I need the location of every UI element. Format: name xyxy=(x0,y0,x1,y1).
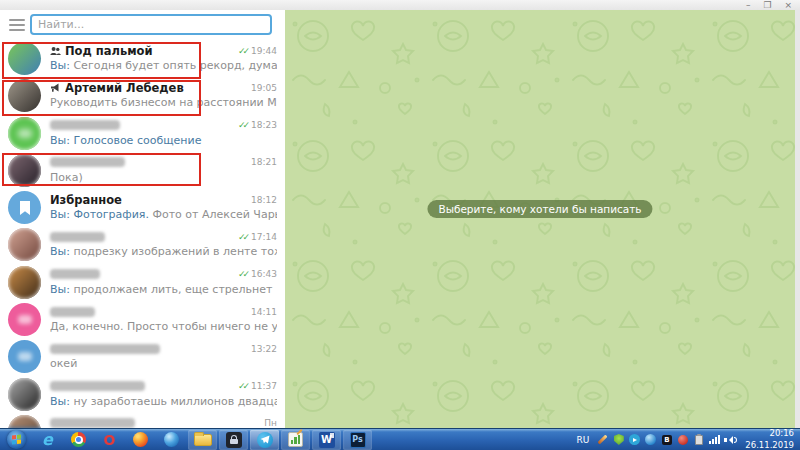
start-button[interactable] xyxy=(2,430,31,450)
chat-row[interactable]: ✓✓11:37 Вы: ну заработаешь миллионов два… xyxy=(0,376,285,413)
avatar xyxy=(8,191,41,224)
chat-time: 11:37 xyxy=(251,381,277,391)
restore-button[interactable]: ❐ xyxy=(763,1,771,10)
chat-row-pod-palmoy[interactable]: Под пальмой ✓✓19:44 Вы: Сегодня будет оп… xyxy=(0,40,285,77)
message-preview: Сегодня будет опять рекорд, думаю, на xyxy=(70,59,277,72)
group-icon xyxy=(50,46,61,56)
chat-time: 19:05 xyxy=(251,83,277,93)
chat-row[interactable]: ✓✓18:23 Вы: Голосовое сообщение xyxy=(0,115,285,152)
sender-prefix: Вы: xyxy=(50,395,70,408)
window-title-bar: – ❐ × xyxy=(0,0,800,10)
chrome-icon xyxy=(71,432,86,447)
blurred-chat-name xyxy=(50,307,95,317)
read-checks-icon: ✓✓ xyxy=(238,269,247,279)
language-indicator[interactable]: RU xyxy=(576,435,589,445)
bookmark-icon xyxy=(18,200,32,216)
volume-icon[interactable] xyxy=(725,434,736,445)
taskbar-edge[interactable] xyxy=(157,430,186,450)
chat-row[interactable]: ✓✓17:14 Вы: подрезку изображений в ленте… xyxy=(0,226,285,263)
b-app-tray-icon[interactable]: B xyxy=(661,434,672,445)
blurred-chat-name xyxy=(50,418,135,428)
menu-hamburger-icon[interactable] xyxy=(9,19,25,31)
chat-time: 19:44 xyxy=(251,46,277,56)
chat-time: 13:22 xyxy=(251,344,277,354)
close-button[interactable]: × xyxy=(784,1,792,10)
network-icon[interactable] xyxy=(709,434,720,445)
chat-row[interactable]: Пн xyxy=(0,413,285,428)
system-tray: RU B 20:16 26.11.2019 xyxy=(576,429,800,450)
message-preview: Руководить бизнесом на расстоянии Многие… xyxy=(50,96,277,109)
firefox-icon xyxy=(133,432,148,447)
minimize-button[interactable]: – xyxy=(746,1,751,10)
taskbar-internet-explorer[interactable]: e xyxy=(33,430,62,450)
window-edge xyxy=(795,10,800,428)
message-preview: продолжаем лить, еще стрельнет xyxy=(70,283,273,296)
avatar xyxy=(8,340,41,373)
chat-row[interactable]: 13:22 окей xyxy=(0,338,285,375)
empty-chat-hint: Выберите, кому хотели бы написать xyxy=(427,200,652,218)
chat-time: Пн xyxy=(264,418,277,428)
taskbar-explorer[interactable] xyxy=(188,430,217,450)
word-icon: W xyxy=(319,432,335,448)
avatar xyxy=(8,228,41,261)
sender-prefix: Вы: xyxy=(50,59,70,72)
clipboard-tray-icon[interactable] xyxy=(693,434,704,445)
photoshop-icon: Ps xyxy=(350,432,366,448)
blurred-chat-name xyxy=(50,269,100,279)
taskbar-photoshop[interactable]: Ps xyxy=(343,430,372,450)
chat-time: 18:23 xyxy=(251,120,277,130)
message-preview: окей xyxy=(50,357,77,370)
blurred-chat-name xyxy=(50,120,120,130)
taskbar-opera[interactable]: O xyxy=(95,430,124,450)
lock-icon xyxy=(226,432,242,448)
avatar xyxy=(8,378,41,411)
blurred-chat-name xyxy=(50,157,125,167)
chat-row[interactable]: 14:11 Да, конечно. Просто чтобы ничего н… xyxy=(0,301,285,338)
chat-time: 17:14 xyxy=(251,232,277,242)
chat-time: 16:43 xyxy=(251,269,277,279)
sender-prefix: Вы: xyxy=(50,245,70,258)
avatar xyxy=(8,117,41,150)
internet-explorer-icon: e xyxy=(42,432,53,448)
chat-row[interactable]: ✓✓16:43 Вы: продолжаем лить, еще стрельн… xyxy=(0,264,285,301)
folder-icon xyxy=(194,434,212,446)
chat-row-saved-messages[interactable]: Избранное 18:12 Вы: Фотография. Фото от … xyxy=(0,189,285,226)
taskbar-chart-app[interactable] xyxy=(281,430,310,450)
chat-time: 18:21 xyxy=(251,157,277,167)
taskbar-keepass[interactable] xyxy=(219,430,248,450)
sender-prefix: Вы: Фотография. xyxy=(50,208,149,221)
taskbar-word[interactable]: W xyxy=(312,430,341,450)
search-row xyxy=(0,10,285,40)
telegram-window: Под пальмой ✓✓19:44 Вы: Сегодня будет оп… xyxy=(0,10,795,428)
message-preview: Фото от Алексей Чарыков xyxy=(149,208,277,221)
taskbar-clock[interactable]: 20:16 26.11.2019 xyxy=(745,428,794,450)
message-preview: Да, конечно. Просто чтобы ничего не упус… xyxy=(50,320,277,333)
taskbar-firefox[interactable] xyxy=(126,430,155,450)
avatar xyxy=(8,79,41,112)
search-input[interactable] xyxy=(30,14,272,35)
message-preview: подрезку изображений в ленте тоже сделал… xyxy=(70,245,277,258)
pencil-tray-icon[interactable] xyxy=(597,434,608,445)
chat-row-artemiy-lebedev[interactable]: Артемий Лебедев 19:05 Руководить бизнесо… xyxy=(0,77,285,114)
blue-swirl-tray-icon[interactable] xyxy=(645,434,656,445)
clock-date: 26.11.2019 xyxy=(745,440,794,450)
chat-time: 14:11 xyxy=(251,307,277,317)
megaphone-icon xyxy=(50,83,61,93)
telegram-tray-icon[interactable] xyxy=(629,434,640,445)
antivirus-shield-icon[interactable] xyxy=(613,434,624,445)
taskbar-chrome[interactable] xyxy=(64,430,93,450)
read-checks-icon: ✓✓ xyxy=(238,120,247,130)
red-app-tray-icon[interactable] xyxy=(677,434,688,445)
read-checks-icon: ✓✓ xyxy=(238,232,247,242)
chat-name: Артемий Лебедев xyxy=(65,81,184,95)
chat-list-panel: Под пальмой ✓✓19:44 Вы: Сегодня будет оп… xyxy=(0,10,285,428)
blurred-chat-name xyxy=(50,344,160,354)
avatar xyxy=(8,42,41,75)
taskbar-telegram[interactable] xyxy=(250,430,279,450)
sender-prefix: Вы: xyxy=(50,283,70,296)
chart-icon xyxy=(288,432,303,447)
chat-name: Избранное xyxy=(50,193,122,207)
sender-prefix: Вы: Голосовое сообщение xyxy=(50,134,201,147)
windows-start-icon xyxy=(7,430,26,449)
chat-row[interactable]: 18:21 Пока) xyxy=(0,152,285,189)
